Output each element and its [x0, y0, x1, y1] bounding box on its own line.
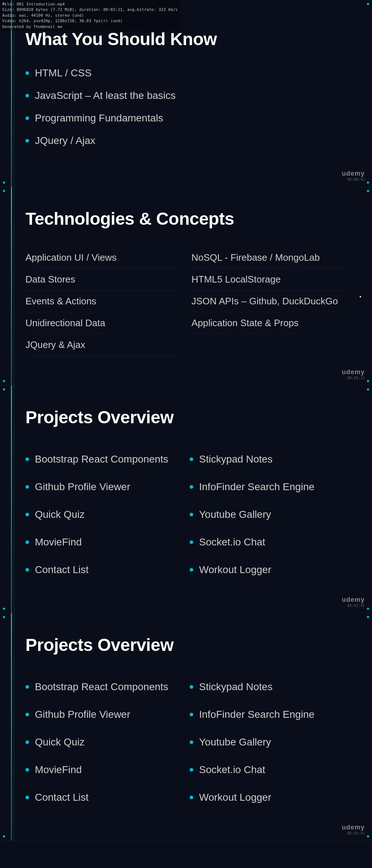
project-name: Github Profile Viewer	[35, 709, 130, 720]
project-name: Quick Quiz	[35, 509, 85, 520]
corner-dot-bl	[3, 835, 5, 837]
slide2-right-col: NoSQL - Firebase / MongoLab HTML5 LocalS…	[191, 247, 347, 356]
slide-projects-overview-2: Projects Overview Bootstrap React Compon…	[0, 613, 372, 841]
bullet-text: JavaScript – At least the basics	[35, 90, 176, 101]
udemy-logo: udemy	[342, 596, 365, 604]
list-item: Workout Logger	[190, 556, 347, 584]
slide2-title: Technologies & Concepts	[25, 209, 347, 229]
projects-left-col: Bootstrap React Components Github Profil…	[25, 673, 182, 811]
list-item: Workout Logger	[190, 784, 347, 811]
list-item: Stickypad Notes	[190, 673, 347, 701]
tech-item: NoSQL - Firebase / MongoLab	[191, 247, 347, 269]
bullet-text: Programming Fundamentals	[35, 112, 163, 124]
slide1-bullet-list: HTML / CSS JavaScript – At least the bas…	[25, 67, 347, 147]
bullet-dot	[190, 796, 193, 799]
video-info-line5: Generated by Thumbnail me	[2, 24, 178, 29]
corner-dot-br	[367, 181, 369, 184]
corner-dot-tr	[367, 190, 369, 192]
bullet-dot	[25, 513, 29, 516]
bullet-dot	[25, 94, 29, 97]
project-name: Socket.io Chat	[199, 536, 265, 548]
corner-dot-tl	[3, 190, 5, 192]
tech-item: JQuery & Ajax	[25, 334, 181, 356]
corner-dot-br	[367, 608, 369, 610]
slide-projects-overview-1: Projects Overview Bootstrap React Compon…	[0, 385, 372, 613]
project-name: Workout Logger	[199, 792, 271, 803]
list-item: Socket.io Chat	[190, 756, 347, 784]
bullet-text: JQuery / Ajax	[35, 135, 96, 147]
slide-technologies-concepts: Technologies & Concepts Application UI /…	[0, 187, 372, 385]
corner-dot-br	[367, 380, 369, 382]
bullet-dot	[25, 540, 29, 544]
project-name: Workout Logger	[199, 564, 271, 576]
bullet-dot	[25, 485, 29, 489]
bullet-dot	[25, 796, 29, 799]
corner-dot-tl	[3, 388, 5, 391]
udemy-logo: udemy	[342, 170, 365, 177]
corner-dot-tr	[367, 388, 369, 391]
project-name: Youtube Gallery	[199, 509, 271, 520]
list-item: InfoFinder Search Engine	[190, 473, 347, 501]
udemy-watermark-1: udemy 00:00:42	[342, 170, 365, 181]
cursor-dot	[360, 296, 361, 297]
project-name: Stickypad Notes	[199, 681, 272, 693]
project-name: Youtube Gallery	[199, 736, 271, 748]
bullet-dot	[190, 768, 193, 772]
udemy-watermark-2: udemy 00:01:21	[342, 368, 365, 380]
list-item: MovieFind	[25, 756, 182, 784]
tech-item: HTML5 LocalStorage	[191, 269, 347, 291]
list-item: JavaScript – At least the basics	[25, 90, 347, 101]
tech-item: Data Stores	[25, 269, 181, 291]
corner-dot-tl	[3, 616, 5, 618]
corner-dot-bl	[3, 380, 5, 382]
corner-dot-br	[367, 835, 369, 837]
bullet-dot	[25, 713, 29, 716]
bullet-dot	[190, 685, 193, 689]
list-item: Github Profile Viewer	[25, 701, 182, 728]
project-name: Contact List	[35, 564, 89, 576]
video-info-line1: File: 001 Introduction.mp4	[2, 1, 178, 7]
tech-item: Unidirectional Data	[25, 312, 181, 334]
list-item: Socket.io Chat	[190, 528, 347, 556]
list-item: Quick Quiz	[25, 728, 182, 756]
bullet-dot	[25, 139, 29, 143]
bullet-dot	[25, 740, 29, 744]
slide4-title: Projects Overview	[25, 635, 347, 655]
udemy-logo: udemy	[342, 824, 365, 831]
project-name: Socket.io Chat	[199, 764, 265, 776]
bullet-dot	[25, 568, 29, 572]
list-item: Stickypad Notes	[190, 445, 347, 473]
corner-dot-tr	[367, 3, 369, 5]
corner-dot-tr	[367, 616, 369, 618]
video-info-line2: Size: 8096828 bytes (7.72 MiB), duration…	[2, 7, 178, 12]
project-name: Bootstrap React Components	[35, 681, 168, 693]
udemy-logo: udemy	[342, 368, 365, 376]
udemy-time: 00:01:21	[347, 376, 365, 380]
list-item: Quick Quiz	[25, 501, 182, 528]
bullet-dot	[190, 568, 193, 572]
projects-grid-2: Bootstrap React Components Github Profil…	[25, 673, 347, 811]
udemy-watermark-4: udemy 00:02:41	[342, 824, 365, 835]
list-item: Github Profile Viewer	[25, 473, 182, 501]
project-name: MovieFind	[35, 536, 82, 548]
bullet-dot	[25, 116, 29, 120]
slide3-title: Projects Overview	[25, 407, 347, 427]
video-info-line4: Video: h264, yuv420p, 1280x720, 30.03 fp…	[2, 18, 178, 24]
list-item: Contact List	[25, 784, 182, 811]
projects-right-col: Stickypad Notes InfoFinder Search Engine…	[190, 445, 347, 584]
bullet-dot	[190, 513, 193, 516]
corner-dot-bl	[3, 181, 5, 184]
bullet-text: HTML / CSS	[35, 67, 92, 79]
list-item: Contact List	[25, 556, 182, 584]
tech-item: Application UI / Views	[25, 247, 181, 269]
list-item: HTML / CSS	[25, 67, 347, 79]
bullet-dot	[190, 540, 193, 544]
list-item: Bootstrap React Components	[25, 445, 182, 473]
udemy-time: 00:00:42	[347, 177, 365, 181]
udemy-time: 00:02:41	[347, 831, 365, 835]
udemy-time: 00:02:41	[347, 604, 365, 608]
list-item: InfoFinder Search Engine	[190, 701, 347, 728]
list-item: Youtube Gallery	[190, 501, 347, 528]
project-name: Bootstrap React Components	[35, 453, 168, 465]
bullet-dot	[25, 685, 29, 689]
